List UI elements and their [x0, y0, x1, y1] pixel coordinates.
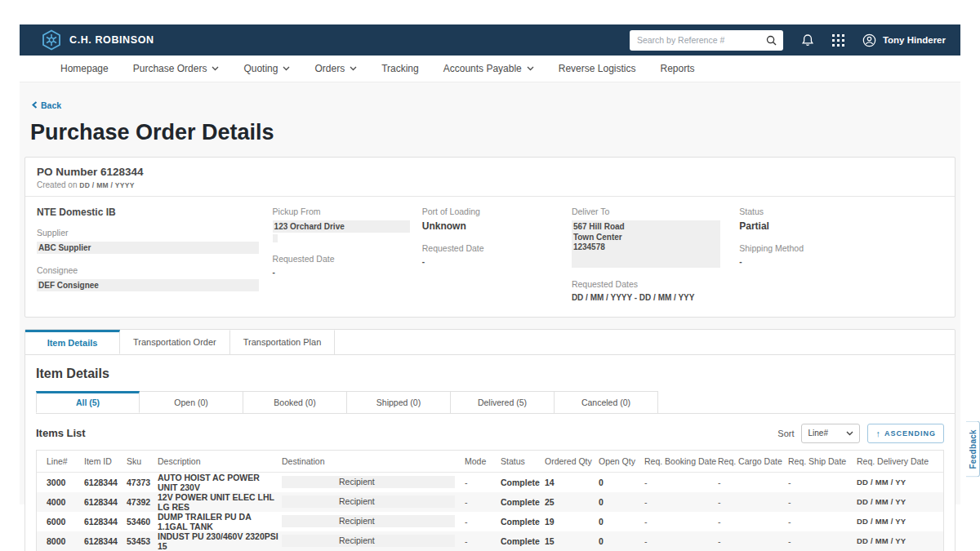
nav-item-quoting[interactable]: Quoting	[243, 63, 290, 74]
cell-sku: 53453	[127, 536, 158, 546]
chevron-down-icon	[350, 66, 357, 71]
deliver-requested-dates-value: DD / MM / YYYY - DD / MM / YYY	[572, 293, 695, 302]
back-link[interactable]: Back	[32, 100, 61, 110]
filter-tab-shipped-0[interactable]: Shipped (0)	[347, 391, 451, 413]
cell-req-delivery-date: DD / MM / YY	[857, 517, 935, 526]
cell-open-qty: 0	[599, 478, 644, 487]
status-label: Status	[739, 207, 764, 216]
nav-item-homepage[interactable]: Homepage	[60, 63, 109, 74]
tab-item-details[interactable]: Item Details	[25, 330, 120, 354]
column-header-ordered-qty: Ordered Qty	[545, 456, 599, 466]
column-header-open-qty: Open Qty	[599, 456, 644, 466]
sort-controls: Sort Line# ↑ ASCENDING	[777, 424, 944, 443]
brand-logo[interactable]: C.H. ROBINSON	[41, 29, 154, 51]
nav-item-label: Reports	[661, 63, 695, 74]
table-row: 6000612834453460DUMP TRAILER PU DA 1.1GA…	[37, 512, 943, 531]
cell-req-booking-date: -	[644, 497, 718, 507]
deliver-line-2: Town Center	[573, 233, 715, 243]
sort-direction-button[interactable]: ↑ ASCENDING	[867, 424, 944, 443]
filter-tab-canceled-0[interactable]: Canceled (0)	[555, 391, 658, 413]
chevron-down-icon	[527, 66, 534, 71]
cell-req-booking-date: -	[644, 536, 718, 546]
cell-line: 4000	[47, 497, 84, 507]
cell-item-id: 6128344	[84, 536, 127, 546]
cell-line: 3000	[47, 478, 84, 487]
consignee-label: Consignee	[37, 265, 78, 275]
table-row: 3000612834447373AUTO HOIST AC POWER UNIT…	[37, 473, 943, 492]
items-list-section: Items List Sort Line# ↑ ASCENDING	[36, 424, 944, 551]
deliver-line-1: 567 Hill Road	[573, 222, 715, 233]
cell-description: AUTO HOIST AC POWER UNIT 230V	[158, 473, 282, 492]
pickup-requested-date-value: -	[273, 268, 275, 277]
filter-tab-booked-0[interactable]: Booked (0)	[243, 391, 347, 413]
tab-transportation-order[interactable]: Transportation Order	[120, 330, 230, 354]
cell-sku: 47392	[127, 497, 158, 507]
cell-status: Complete	[501, 517, 545, 527]
sort-field-select[interactable]: Line#	[801, 424, 860, 443]
details-tabs-card: Item DetailsTransportation OrderTranspor…	[24, 329, 956, 551]
cell-req-booking-date: -	[644, 517, 718, 527]
nav-item-reports[interactable]: Reports	[661, 63, 695, 74]
nav-item-label: Accounts Payable	[443, 63, 522, 74]
cell-req-ship-date: -	[788, 497, 857, 507]
cell-req-ship-date: -	[788, 478, 857, 487]
nav-item-accounts-payable[interactable]: Accounts Payable	[443, 63, 534, 74]
nav-item-label: Purchase Orders	[133, 63, 207, 74]
nav-item-orders[interactable]: Orders	[314, 63, 357, 74]
cell-open-qty: 0	[599, 497, 644, 507]
feedback-button[interactable]: Feedback	[966, 421, 980, 478]
nav-item-tracking[interactable]: Tracking	[381, 63, 419, 74]
cell-req-cargo-date: -	[718, 536, 788, 546]
cell-ordered-qty: 19	[545, 517, 599, 527]
cell-line: 8000	[47, 536, 84, 546]
cell-mode: -	[465, 536, 501, 546]
pickup-from-label: Pickup From	[273, 207, 321, 216]
cell-open-qty: 0	[599, 517, 644, 527]
app-header: C.H. ROBINSON	[20, 24, 960, 56]
cell-mode: -	[465, 497, 501, 507]
column-header-line: Line#	[47, 456, 84, 466]
consignee-value: DEF Consignee	[37, 279, 259, 291]
cell-description: INDUST PU 230/460V 2320PSI 15	[158, 531, 282, 551]
deliver-to-value: 567 Hill Road Town Center 1234578	[572, 220, 720, 268]
user-avatar-icon	[862, 33, 876, 47]
search-icon[interactable]	[766, 35, 777, 46]
column-header-req-cargo-date: Req. Cargo Date	[718, 456, 788, 466]
cell-destination: Recipient	[282, 495, 465, 508]
po-created: Created on DD / MM / YYYY	[37, 180, 943, 189]
arrow-up-icon: ↑	[875, 429, 880, 438]
cell-req-delivery-date: DD / MM / YY	[857, 536, 935, 545]
tab-transportation-plan[interactable]: Transportation Plan	[230, 330, 336, 354]
nav-item-reverse-logistics[interactable]: Reverse Logistics	[559, 63, 636, 74]
filter-tab-all-5[interactable]: All (5)	[36, 391, 140, 413]
cell-open-qty: 0	[599, 536, 644, 546]
sort-direction-label: ASCENDING	[884, 429, 936, 438]
cell-status: Complete	[501, 478, 545, 487]
filter-tab-delivered-5[interactable]: Delivered (5)	[451, 391, 555, 413]
cell-ordered-qty: 14	[545, 478, 599, 487]
column-header-destination: Destination	[282, 456, 465, 466]
search-box[interactable]	[630, 30, 783, 51]
header-actions: Tony Hinderer	[630, 30, 946, 51]
search-input[interactable]	[630, 30, 759, 51]
items-table: Line#Item IDSkuDescriptionDestinationMod…	[36, 450, 944, 551]
redacted-fragment	[273, 234, 278, 242]
main-nav: HomepagePurchase OrdersQuotingOrdersTrac…	[20, 56, 960, 82]
cell-mode: -	[465, 517, 501, 527]
nav-item-purchase-orders[interactable]: Purchase Orders	[133, 63, 220, 74]
items-table-header: Line#Item IDSkuDescriptionDestinationMod…	[37, 451, 943, 473]
port-of-loading-label: Port of Loading	[422, 207, 480, 216]
filter-tab-open-0[interactable]: Open (0)	[140, 391, 243, 413]
cell-req-delivery-date: DD / MM / YY	[857, 497, 935, 506]
column-header-req-ship-date: Req. Ship Date	[788, 456, 857, 466]
column-header-item-id: Item ID	[84, 456, 127, 466]
user-menu[interactable]: Tony Hinderer	[862, 33, 946, 47]
pickup-from-value: 123 Orchard Drive	[273, 220, 410, 233]
items-list-title: Items List	[36, 427, 86, 439]
nav-item-label: Orders	[314, 63, 345, 74]
cell-status: Complete	[501, 536, 545, 546]
notifications-bell-icon[interactable]	[801, 33, 814, 47]
apps-grid-icon[interactable]	[832, 34, 844, 47]
cell-destination: Recipient	[282, 535, 465, 547]
destination-redacted-value: Recipient	[282, 476, 455, 488]
